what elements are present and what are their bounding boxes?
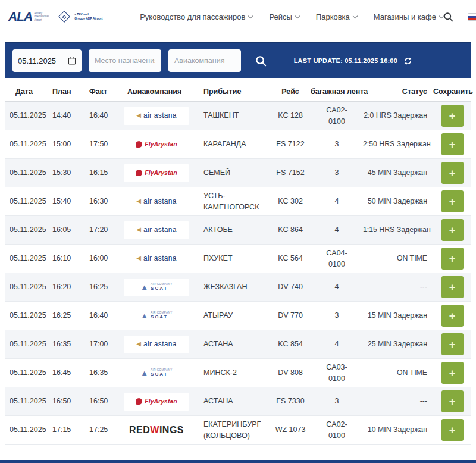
cell-airline: ◀air astana: [121, 336, 192, 353]
airastana-label: air astana: [143, 225, 177, 235]
cell-status: ON TIME: [363, 254, 433, 264]
save-flight-button[interactable]: +: [441, 419, 464, 441]
cell-date: 05.11.2025: [5, 424, 49, 435]
cell-plan-time: 15:00: [49, 139, 87, 149]
ala-logo-subtext: Almaty International Airport: [34, 12, 55, 22]
airline-logo-airastana: ◀air astana: [124, 221, 189, 239]
airline-logo-airastana: ◀air astana: [124, 107, 189, 125]
scat-emblem-icon: ▲: [140, 283, 148, 291]
cell-flight-number: KC 128: [270, 110, 311, 121]
save-flight-button[interactable]: +: [441, 133, 464, 155]
cell-save: +: [433, 419, 471, 441]
baggage-belt-value: CA04-0100: [321, 248, 352, 269]
save-flight-button[interactable]: +: [441, 362, 464, 384]
airastana-label: air astana: [143, 196, 177, 207]
save-flight-button[interactable]: +: [441, 305, 464, 327]
baggage-belt-value: 4: [335, 196, 339, 207]
cell-status: 2:50 HRS Задержан: [363, 139, 433, 150]
airline-logo-flyarystan: FlyArystan: [124, 136, 189, 154]
cell-airline: ◀air astana: [121, 221, 192, 239]
table-body: 05.11.202514:4016:40◀air astanaТАШКЕНТKC…: [5, 102, 471, 445]
cell-date: 05.11.2025: [5, 310, 49, 321]
cell-flight-number: KC 854: [270, 339, 311, 349]
cell-airline: REDWINGS: [121, 421, 192, 439]
cell-status: ON TIME: [363, 368, 433, 378]
save-flight-button[interactable]: +: [441, 105, 464, 127]
nav-item-2[interactable]: Парковка: [316, 12, 357, 21]
cell-save: +: [433, 190, 471, 212]
save-flight-button[interactable]: +: [441, 190, 464, 212]
nav-item-3[interactable]: Магазины и кафе: [374, 12, 443, 21]
brand-logo[interactable]: ALA Almaty International Airport a TAV a…: [8, 10, 110, 24]
table-row: 05.11.202516:2516:40▲AIR COMPANYSCATАТЫР…: [5, 302, 471, 330]
cell-date: 05.11.2025: [5, 396, 49, 406]
cell-status: 10 MIN Задержан: [363, 425, 433, 436]
russia-flag-icon: [468, 13, 476, 21]
cell-date: 05.11.2025: [5, 224, 49, 235]
airline-logo-scat: ▲AIR COMPANYSCAT: [124, 364, 189, 382]
cell-flight-number: KC 302: [270, 196, 311, 207]
nav-item-0[interactable]: Руководство для пассажиров: [140, 12, 252, 21]
baggage-belt-value: CA02-0100: [321, 419, 352, 440]
cell-save: +: [433, 162, 471, 184]
airastana-bird-icon: ◀: [136, 254, 141, 263]
save-flight-button[interactable]: +: [441, 333, 464, 355]
last-update: LAST UPDATE: 05.11.2025 16:00: [294, 57, 412, 65]
cell-plan-time: 16:10: [49, 253, 87, 264]
last-update-text: LAST UPDATE: 05.11.2025 16:00: [294, 57, 397, 64]
cell-flight-number: FS 7330: [270, 396, 311, 406]
flight-filter-bar: 05.11.2025 LAST UPDATE: 05.11.2025 16:00: [5, 42, 471, 78]
table-row: 05.11.202517:1517:25REDWINGSЕКАТЕРИНБУРГ…: [5, 416, 471, 445]
table-row: 05.11.202515:3016:15FlyArystanСЕМЕЙFS 71…: [5, 159, 471, 187]
column-header-status: Статус: [363, 87, 433, 96]
table-header-row: ДатаПланФактАвиакомпанияПрибытиеРейсбага…: [5, 82, 471, 102]
cell-status: 15 MIN Задержан: [363, 311, 433, 321]
nav-item-1[interactable]: Рейсы: [269, 12, 299, 21]
baggage-belt-value: 3: [335, 310, 339, 321]
baggage-belt-value: 4: [335, 339, 339, 349]
redwings-label-part2: INGS: [159, 425, 184, 435]
cell-arrival-city: АТЫРАУ: [192, 310, 270, 321]
destination-input[interactable]: [89, 49, 161, 72]
cell-airline: ▲AIR COMPANYSCAT: [121, 279, 192, 296]
cell-flight-number: KC 564: [270, 253, 311, 264]
column-header-flight: Рейс: [270, 87, 311, 96]
ala-logo: ALA: [8, 10, 32, 24]
refresh-icon[interactable]: [403, 57, 412, 65]
airline-input[interactable]: [168, 49, 241, 72]
airastana-label: air astana: [143, 111, 177, 121]
language-selector[interactable]: RUS: [468, 12, 476, 21]
cell-save: +: [433, 219, 471, 241]
date-input[interactable]: 05.11.2025: [12, 49, 82, 72]
airastana-bird-icon: ◀: [136, 226, 141, 234]
save-flight-button[interactable]: +: [441, 390, 464, 412]
top-bar-right: RUS: [443, 12, 476, 22]
save-flight-button[interactable]: +: [441, 276, 464, 298]
filter-search-icon[interactable]: [255, 55, 267, 67]
cell-fact-time: 16:35: [87, 367, 121, 378]
scat-label-line2: SCAT: [151, 286, 173, 292]
search-icon[interactable]: [443, 12, 453, 22]
cell-fact-time: 16:15: [87, 167, 121, 178]
cell-baggage-belt: 4: [311, 224, 363, 235]
cell-flight-number: KC 864: [270, 224, 311, 235]
cell-arrival-city: ПХУКЕТ: [192, 253, 270, 264]
cell-arrival-city: ЖЕЗКАЗГАН: [192, 281, 270, 292]
calendar-icon: [68, 57, 76, 65]
baggage-belt-value: 3: [335, 167, 339, 178]
save-flight-button[interactable]: +: [441, 162, 464, 184]
baggage-belt-value: CA03-0100: [321, 362, 352, 383]
airastana-label: air astana: [143, 254, 177, 264]
table-row: 05.11.202516:5016:50FlyArystanАСТАНАFS 7…: [5, 387, 471, 416]
save-flight-button[interactable]: +: [441, 248, 464, 270]
flyarystan-label: FlyArystan: [145, 397, 177, 406]
cell-plan-time: 16:20: [49, 281, 87, 292]
save-flight-button[interactable]: +: [441, 219, 464, 241]
scat-label: AIR COMPANYSCAT: [151, 312, 173, 320]
airline-logo-airastana: ◀air astana: [124, 336, 189, 353]
cell-status: ---: [363, 396, 433, 407]
baggage-belt-value: 4: [335, 281, 339, 292]
scat-label-line2: SCAT: [151, 372, 173, 377]
cell-arrival-city: МИНСК-2: [192, 367, 270, 378]
cell-baggage-belt: CA02-0100: [311, 105, 363, 126]
